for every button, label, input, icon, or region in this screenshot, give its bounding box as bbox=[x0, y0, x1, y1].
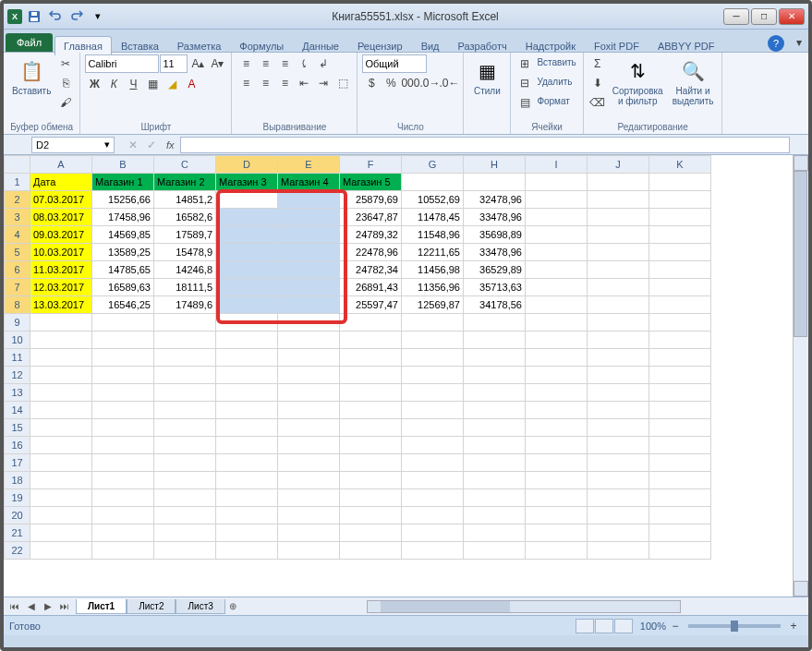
col-header-H[interactable]: H bbox=[464, 156, 526, 174]
file-tab[interactable]: Файл bbox=[6, 33, 53, 52]
cell-H2[interactable]: 32478,96 bbox=[464, 191, 526, 209]
cell-G7[interactable]: 11356,96 bbox=[402, 279, 464, 296]
fill-button[interactable]: ⬇ bbox=[588, 74, 607, 92]
maximize-button[interactable]: □ bbox=[751, 8, 777, 25]
cell-H8[interactable]: 34178,56 bbox=[464, 296, 526, 314]
cell-G19[interactable] bbox=[402, 489, 464, 507]
cell[interactable] bbox=[588, 226, 649, 244]
cell-D7[interactable] bbox=[216, 279, 278, 296]
format-cells-button[interactable]: ▤ bbox=[515, 93, 534, 112]
cell-I19[interactable] bbox=[526, 489, 588, 507]
row-header-21[interactable]: 21 bbox=[5, 524, 30, 542]
cell-A20[interactable] bbox=[30, 507, 92, 524]
cell-D13[interactable] bbox=[216, 384, 278, 402]
cell-G10[interactable] bbox=[402, 332, 464, 349]
cell-J19[interactable] bbox=[588, 489, 649, 507]
cell-J12[interactable] bbox=[588, 367, 649, 384]
cell-H5[interactable]: 33478,96 bbox=[464, 244, 526, 261]
increase-indent-button[interactable]: ⇥ bbox=[314, 74, 333, 92]
cell-B16[interactable] bbox=[92, 437, 154, 454]
cell-G4[interactable]: 11548,96 bbox=[402, 226, 464, 244]
row-header-10[interactable]: 10 bbox=[5, 332, 30, 349]
col-header-I[interactable]: I bbox=[526, 156, 588, 174]
cell-G9[interactable] bbox=[402, 314, 464, 332]
cell-I9[interactable] bbox=[526, 314, 588, 332]
cell-J22[interactable] bbox=[588, 542, 649, 560]
align-bottom-button[interactable]: ≡ bbox=[275, 54, 294, 73]
cell-D12[interactable] bbox=[216, 367, 278, 384]
cell-K19[interactable] bbox=[649, 489, 711, 507]
cell-B2[interactable]: 15256,66 bbox=[92, 191, 154, 209]
cell-D3[interactable] bbox=[216, 209, 278, 226]
cell-D14[interactable] bbox=[216, 402, 278, 419]
cell-K15[interactable] bbox=[649, 419, 711, 437]
cell-A19[interactable] bbox=[30, 489, 92, 507]
cell-A13[interactable] bbox=[30, 384, 92, 402]
paste-button[interactable]: 📋 Вставить bbox=[8, 54, 55, 98]
horizontal-scrollbar[interactable] bbox=[367, 600, 681, 613]
help-icon[interactable]: ? bbox=[768, 35, 784, 52]
cell-C5[interactable]: 15478,9 bbox=[154, 244, 216, 261]
number-format-select[interactable] bbox=[362, 54, 427, 73]
cell-F1[interactable]: Магазин 5 bbox=[340, 174, 402, 191]
cell-E6[interactable] bbox=[278, 261, 340, 279]
cell-G15[interactable] bbox=[402, 419, 464, 437]
cell-G13[interactable] bbox=[402, 384, 464, 402]
comma-button[interactable]: 000 bbox=[401, 74, 419, 92]
cell-C16[interactable] bbox=[154, 437, 216, 454]
cell-I14[interactable] bbox=[526, 402, 588, 419]
cell-J16[interactable] bbox=[588, 437, 649, 454]
cell-B11[interactable] bbox=[92, 349, 154, 367]
worksheet-grid[interactable]: ABCDEFGHIJK1ДатаМагазин 1Магазин 2Магази… bbox=[4, 155, 808, 597]
cell-H6[interactable]: 36529,89 bbox=[464, 261, 526, 279]
cell-E18[interactable] bbox=[278, 472, 340, 489]
shrink-font-button[interactable]: A▾ bbox=[208, 54, 226, 73]
cell-A7[interactable]: 12.03.2017 bbox=[30, 279, 92, 296]
cell-G5[interactable]: 12211,65 bbox=[402, 244, 464, 261]
cell-E19[interactable] bbox=[278, 489, 340, 507]
clear-button[interactable]: ⌫ bbox=[588, 93, 607, 112]
minimize-button[interactable]: ─ bbox=[723, 8, 749, 25]
redo-button[interactable] bbox=[67, 7, 86, 26]
cell-E11[interactable] bbox=[278, 349, 340, 367]
sheet-tab-Лист3[interactable]: Лист3 bbox=[176, 599, 224, 614]
cell[interactable] bbox=[588, 174, 649, 191]
percent-button[interactable]: % bbox=[382, 74, 400, 92]
cell-I21[interactable] bbox=[526, 524, 588, 542]
undo-button[interactable] bbox=[46, 7, 65, 26]
cell-K10[interactable] bbox=[649, 332, 711, 349]
scroll-up-icon[interactable] bbox=[794, 155, 808, 171]
cell-C14[interactable] bbox=[154, 402, 216, 419]
row-header-20[interactable]: 20 bbox=[5, 507, 30, 524]
cell-C21[interactable] bbox=[154, 524, 216, 542]
copy-button[interactable]: ⎘ bbox=[56, 74, 75, 92]
cell-I20[interactable] bbox=[526, 507, 588, 524]
cell-H18[interactable] bbox=[464, 472, 526, 489]
cell-H21[interactable] bbox=[464, 524, 526, 542]
cell-A6[interactable]: 11.03.2017 bbox=[30, 261, 92, 279]
cell-A2[interactable]: 07.03.2017 bbox=[30, 191, 92, 209]
row-header-6[interactable]: 6 bbox=[5, 261, 30, 279]
qat-customize-icon[interactable]: ▾ bbox=[89, 7, 107, 26]
col-header-B[interactable]: B bbox=[92, 156, 154, 174]
cell-B12[interactable] bbox=[92, 367, 154, 384]
cell-G14[interactable] bbox=[402, 402, 464, 419]
fill-color-button[interactable]: ◢ bbox=[163, 75, 181, 93]
bold-button[interactable]: Ж bbox=[85, 75, 103, 93]
cell-C11[interactable] bbox=[154, 349, 216, 367]
cell-D22[interactable] bbox=[216, 542, 278, 560]
cell-C1[interactable]: Магазин 2 bbox=[154, 174, 216, 191]
cell[interactable] bbox=[588, 191, 649, 209]
cut-button[interactable]: ✂ bbox=[56, 54, 75, 73]
cell-H13[interactable] bbox=[464, 384, 526, 402]
row-header-9[interactable]: 9 bbox=[5, 314, 30, 332]
cell-G8[interactable]: 12569,87 bbox=[402, 296, 464, 314]
cell-D21[interactable] bbox=[216, 524, 278, 542]
cell-H4[interactable]: 35698,89 bbox=[464, 226, 526, 244]
cell-F17[interactable] bbox=[340, 454, 402, 472]
cell[interactable] bbox=[526, 226, 588, 244]
row-header-11[interactable]: 11 bbox=[5, 349, 30, 367]
cell-D9[interactable] bbox=[216, 314, 278, 332]
col-header-G[interactable]: G bbox=[402, 156, 464, 174]
cell-I12[interactable] bbox=[526, 367, 588, 384]
